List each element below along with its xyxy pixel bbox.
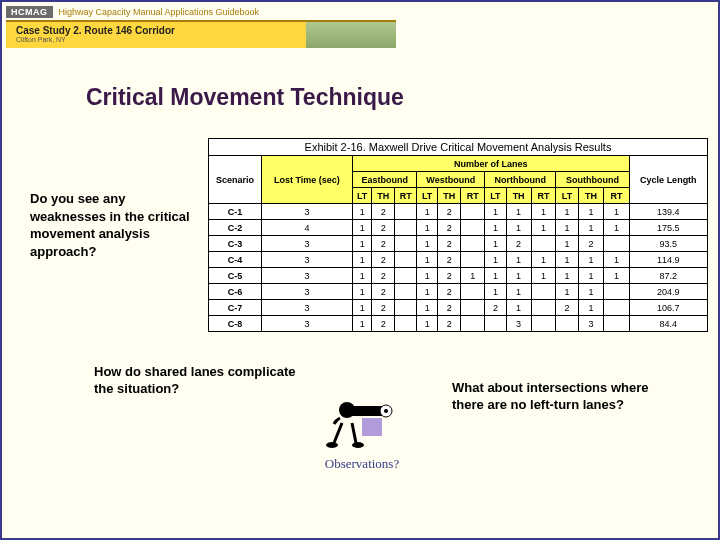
- lane-cell: [461, 252, 485, 268]
- lane-cell: 2: [372, 316, 394, 332]
- svg-line-6: [352, 423, 356, 443]
- lane-cell: 2: [372, 300, 394, 316]
- lane-cell: [604, 316, 630, 332]
- lane-cell: [394, 316, 417, 332]
- sub-header: RT: [604, 188, 630, 204]
- lane-cell: 1: [556, 204, 578, 220]
- lane-cell: 1: [485, 252, 507, 268]
- scenario-cell: C-8: [209, 316, 262, 332]
- lane-cell: [531, 236, 556, 252]
- telescope-icon: [322, 388, 402, 448]
- lane-cell: 1: [578, 284, 604, 300]
- cycle-cell: 204.9: [629, 284, 707, 300]
- sub-header: RT: [394, 188, 417, 204]
- cycle-cell: 139.4: [629, 204, 707, 220]
- lane-cell: 1: [417, 300, 438, 316]
- lane-cell: 1: [352, 236, 372, 252]
- lane-cell: 1: [604, 252, 630, 268]
- lane-cell: 3: [506, 316, 531, 332]
- lane-cell: 1: [556, 252, 578, 268]
- lane-cell: 2: [437, 252, 461, 268]
- lane-cell: 2: [506, 236, 531, 252]
- question-shared-lanes: How do shared lanes complicate the situa…: [94, 364, 314, 398]
- lost-time-cell: 4: [262, 220, 353, 236]
- lane-cell: 2: [372, 268, 394, 284]
- cycle-cell: 106.7: [629, 300, 707, 316]
- hcmag-badge: HCMAG: [6, 6, 53, 18]
- lane-cell: 2: [437, 284, 461, 300]
- lane-cell: 1: [485, 268, 507, 284]
- cycle-cell: 84.4: [629, 316, 707, 332]
- sub-header: LT: [417, 188, 438, 204]
- lane-cell: [394, 204, 417, 220]
- lane-cell: 1: [531, 252, 556, 268]
- observer-graphic: Observations?: [302, 388, 422, 472]
- cycle-cell: 175.5: [629, 220, 707, 236]
- col-scenario: Scenario: [209, 156, 262, 204]
- svg-rect-2: [352, 406, 384, 416]
- sub-header: TH: [372, 188, 394, 204]
- svg-point-4: [384, 409, 388, 413]
- lane-cell: [394, 252, 417, 268]
- scenario-cell: C-6: [209, 284, 262, 300]
- lane-cell: 2: [437, 236, 461, 252]
- lane-cell: 1: [531, 220, 556, 236]
- lost-time-cell: 3: [262, 252, 353, 268]
- dir-header: Eastbound: [352, 172, 417, 188]
- lane-cell: 1: [578, 220, 604, 236]
- lane-cell: 1: [506, 252, 531, 268]
- lane-cell: 1: [352, 220, 372, 236]
- lane-cell: 2: [372, 204, 394, 220]
- dir-header: Northbound: [485, 172, 556, 188]
- table-row: C-131212111111139.4: [209, 204, 708, 220]
- lane-cell: [461, 300, 485, 316]
- scenario-cell: C-1: [209, 204, 262, 220]
- lane-cell: 1: [604, 220, 630, 236]
- sub-header: LT: [485, 188, 507, 204]
- lane-cell: [604, 236, 630, 252]
- lane-cell: 1: [531, 268, 556, 284]
- lane-cell: 2: [372, 220, 394, 236]
- dir-header: Southbound: [556, 172, 629, 188]
- lane-cell: 2: [485, 300, 507, 316]
- svg-rect-0: [362, 418, 382, 436]
- table-row: C-531212111111187.2: [209, 268, 708, 284]
- col-cycle: Cycle Length: [629, 156, 707, 204]
- col-lanes: Number of Lanes: [352, 156, 629, 172]
- lane-cell: 1: [531, 204, 556, 220]
- case-banner: Case Study 2. Route 146 Corridor Clifton…: [6, 20, 306, 48]
- lost-time-cell: 3: [262, 316, 353, 332]
- lane-cell: 1: [485, 236, 507, 252]
- lane-cell: [394, 268, 417, 284]
- sub-header: LT: [352, 188, 372, 204]
- lane-cell: 1: [352, 284, 372, 300]
- scenario-cell: C-3: [209, 236, 262, 252]
- svg-line-5: [334, 423, 342, 443]
- hcmag-subtitle: Highway Capacity Manual Applications Gui…: [59, 7, 260, 17]
- hcmag-bar: HCMAG Highway Capacity Manual Applicatio…: [6, 6, 396, 18]
- lane-cell: 1: [352, 252, 372, 268]
- lane-cell: 1: [506, 204, 531, 220]
- sub-header: LT: [556, 188, 578, 204]
- lane-cell: [531, 300, 556, 316]
- lane-cell: 1: [352, 204, 372, 220]
- lane-cell: 1: [578, 300, 604, 316]
- question-weaknesses: Do you see any weaknesses in the critica…: [30, 190, 200, 260]
- lane-cell: 1: [352, 300, 372, 316]
- lane-cell: 2: [437, 300, 461, 316]
- lane-cell: 1: [556, 220, 578, 236]
- lane-cell: 1: [417, 204, 438, 220]
- lane-cell: 1: [604, 204, 630, 220]
- table-row: C-7312122121106.7: [209, 300, 708, 316]
- lane-cell: 1: [506, 220, 531, 236]
- lane-cell: [604, 300, 630, 316]
- scenario-cell: C-5: [209, 268, 262, 284]
- sub-header: RT: [461, 188, 485, 204]
- lane-cell: 2: [372, 252, 394, 268]
- lane-cell: 1: [417, 236, 438, 252]
- lost-time-cell: 3: [262, 236, 353, 252]
- table-row: C-331212121293.5: [209, 236, 708, 252]
- lane-cell: 1: [578, 268, 604, 284]
- lane-cell: [394, 220, 417, 236]
- case-photo: [306, 20, 396, 48]
